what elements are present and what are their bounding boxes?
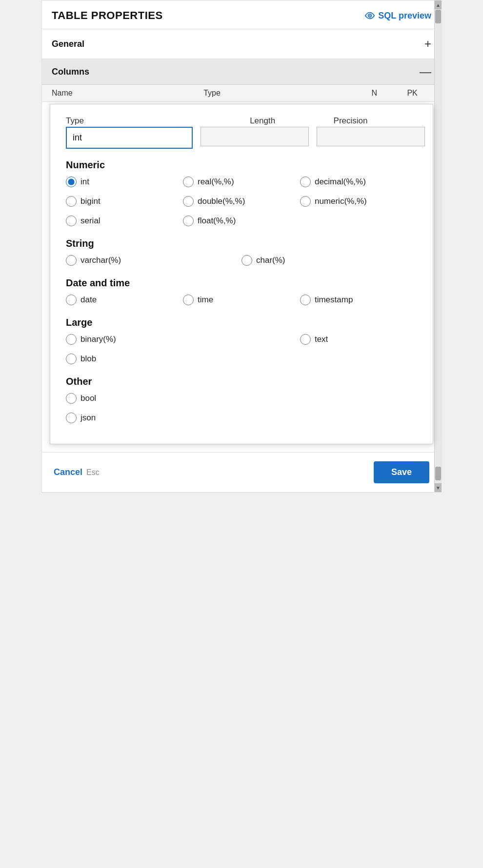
type-input[interactable]: [66, 127, 193, 149]
radio-blob-input[interactable]: [66, 354, 77, 364]
radio-serial-input[interactable]: [66, 216, 77, 226]
scrollbar[interactable]: ▲ ▼: [434, 0, 441, 492]
string-radio-group: varchar(%) char(%): [66, 255, 417, 271]
col-name-header: Name: [52, 89, 203, 98]
radio-time-input[interactable]: [183, 295, 194, 305]
radio-float[interactable]: float(%,%): [183, 216, 300, 226]
length-input[interactable]: [201, 127, 309, 146]
scroll-up-arrow[interactable]: ▲: [435, 0, 442, 9]
columns-label: Columns: [52, 67, 89, 77]
radio-time[interactable]: time: [183, 295, 300, 305]
col-pk-header: PK: [393, 89, 431, 98]
radio-serial-label: serial: [80, 216, 101, 226]
datetime-radio-group: date time timestamp: [66, 295, 417, 310]
save-button[interactable]: Save: [374, 461, 429, 483]
numeric-category-title: Numeric: [66, 159, 417, 171]
radio-varchar[interactable]: varchar(%): [66, 255, 242, 266]
radio-date-label: date: [80, 295, 97, 305]
col-n-header: N: [355, 89, 393, 98]
radio-double[interactable]: double(%,%): [183, 196, 300, 207]
radio-text-label: text: [315, 335, 328, 344]
sql-preview-button[interactable]: SQL preview: [364, 10, 431, 21]
precision-input[interactable]: [317, 127, 425, 146]
radio-char-input[interactable]: [242, 255, 252, 266]
radio-varchar-label: varchar(%): [80, 256, 121, 265]
radio-real[interactable]: real(%,%): [183, 177, 300, 187]
scroll-thumb-top[interactable]: [435, 10, 441, 23]
eye-icon: [364, 10, 375, 21]
radio-int[interactable]: int: [66, 177, 183, 187]
radio-date-input[interactable]: [66, 295, 77, 305]
scroll-thumb-bottom[interactable]: [435, 467, 441, 480]
radio-decimal-input[interactable]: [300, 177, 311, 187]
panel-title: TABLE PROPERTIES: [52, 9, 163, 22]
other-category-title: Other: [66, 376, 417, 387]
radio-binary[interactable]: binary(%): [66, 334, 183, 345]
cancel-button[interactable]: Cancel Esc: [54, 467, 100, 477]
type-input-row: [66, 127, 417, 149]
radio-time-label: time: [198, 295, 213, 305]
radio-numeric[interactable]: numeric(%,%): [300, 196, 417, 207]
col-type-header: Type: [203, 89, 355, 98]
radio-int-label: int: [80, 177, 89, 187]
radio-json-label: json: [80, 413, 96, 423]
columns-collapse-icon[interactable]: —: [420, 66, 431, 78]
radio-json[interactable]: json: [66, 413, 417, 423]
radio-numeric-input[interactable]: [300, 196, 311, 207]
radio-bigint-label: bigint: [80, 197, 101, 206]
radio-bool-input[interactable]: [66, 393, 77, 404]
radio-binary-label: binary(%): [80, 335, 116, 344]
type-popup: Type Length Precision Numeric int real(%…: [50, 104, 433, 444]
radio-bigint[interactable]: bigint: [66, 196, 183, 207]
radio-numeric-label: numeric(%,%): [315, 197, 367, 206]
datetime-category-title: Date and time: [66, 277, 417, 289]
radio-float-label: float(%,%): [198, 216, 236, 226]
general-section: General +: [42, 29, 441, 59]
radio-bool-label: bool: [80, 394, 96, 403]
radio-json-input[interactable]: [66, 413, 77, 423]
radio-text[interactable]: text: [300, 334, 417, 345]
radio-int-input[interactable]: [66, 177, 77, 187]
radio-char-label: char(%): [256, 256, 285, 265]
type-column-labels: Type Length Precision: [66, 116, 417, 126]
columns-header-row: Name Type N PK: [42, 85, 441, 102]
radio-blob[interactable]: blob: [66, 354, 183, 364]
sql-preview-label: SQL preview: [378, 11, 431, 21]
scroll-down-arrow[interactable]: ▼: [435, 483, 442, 492]
radio-blob-label: blob: [80, 354, 96, 364]
radio-varchar-input[interactable]: [66, 255, 77, 266]
radio-date[interactable]: date: [66, 295, 183, 305]
radio-char[interactable]: char(%): [242, 255, 417, 266]
numeric-radio-group: int real(%,%) decimal(%,%) bigint double…: [66, 177, 417, 231]
columns-section-header: Columns —: [42, 59, 441, 85]
general-add-icon[interactable]: +: [424, 38, 431, 50]
radio-timestamp[interactable]: timestamp: [300, 295, 417, 305]
precision-field-label: Precision: [334, 116, 417, 126]
footer: Cancel Esc Save: [42, 452, 441, 492]
radio-decimal[interactable]: decimal(%,%): [300, 177, 417, 187]
radio-timestamp-input[interactable]: [300, 295, 311, 305]
large-radio-group: binary(%) text blob: [66, 334, 417, 369]
radio-bool[interactable]: bool: [66, 393, 417, 404]
radio-double-input[interactable]: [183, 196, 194, 207]
panel-header: TABLE PROPERTIES SQL preview: [42, 0, 441, 29]
radio-serial[interactable]: serial: [66, 216, 183, 226]
string-category-title: String: [66, 238, 417, 249]
radio-decimal-label: decimal(%,%): [315, 177, 366, 187]
radio-double-label: double(%,%): [198, 197, 245, 206]
radio-timestamp-label: timestamp: [315, 295, 353, 305]
radio-bigint-input[interactable]: [66, 196, 77, 207]
radio-binary-input[interactable]: [66, 334, 77, 345]
length-field-label: Length: [250, 116, 333, 126]
radio-real-label: real(%,%): [198, 177, 234, 187]
type-field-label: Type: [66, 116, 250, 126]
radio-float-input[interactable]: [183, 216, 194, 226]
svg-point-1: [369, 15, 371, 17]
esc-label: Esc: [86, 468, 100, 477]
cancel-label: Cancel: [54, 467, 82, 477]
radio-real-input[interactable]: [183, 177, 194, 187]
large-category-title: Large: [66, 317, 417, 328]
other-radio-group: bool json: [66, 393, 417, 428]
radio-text-input[interactable]: [300, 334, 311, 345]
general-label: General: [52, 39, 84, 49]
